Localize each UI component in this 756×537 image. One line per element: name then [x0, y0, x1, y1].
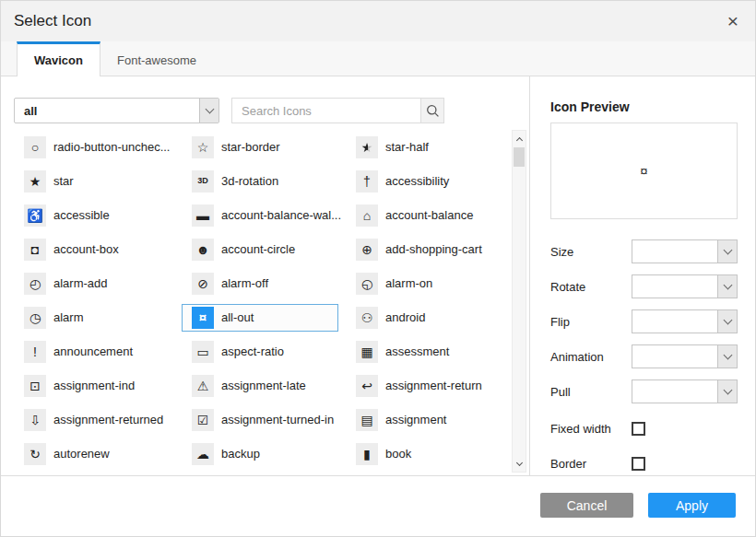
icon-item-label: account-box [53, 242, 119, 256]
scroll-down-icon[interactable] [513, 457, 526, 471]
account-balance-wallet-icon: ▬ [192, 204, 214, 227]
icon-item-label: assessment [385, 344, 449, 358]
icon-item-account-circle[interactable]: ☻account-circle [182, 236, 346, 263]
icon-item-accessible[interactable]: ♿accessible [14, 202, 182, 229]
icon-item-label: assignment-late [221, 379, 306, 392]
icon-item-assignment-ind[interactable]: ⊡assignment-ind [14, 372, 182, 400]
icon-item-accessibility[interactable]: †accessibility [346, 168, 501, 195]
icon-item-3d-rotation[interactable]: 3D3d-rotation [182, 168, 346, 195]
fixed-width-checkbox[interactable] [632, 422, 645, 436]
icon-item-book[interactable]: ▮book [346, 440, 501, 468]
icon-item-label: alarm [53, 310, 84, 324]
animation-select[interactable] [632, 344, 738, 368]
icon-item-assignment[interactable]: ▤assignment [346, 406, 501, 434]
icon-item-android[interactable]: ⚇android [346, 304, 501, 332]
icon-item-autorenew[interactable]: ↻autorenew [14, 440, 182, 468]
icon-item-assignment-late[interactable]: ⚠assignment-late [182, 372, 346, 400]
field-label-flip: Flip [550, 315, 632, 329]
alarm-add-icon: ◴ [24, 273, 46, 295]
icon-item-announcement[interactable]: !announcement [14, 338, 182, 366]
icon-item-account-box[interactable]: ◘account-box [14, 236, 182, 263]
icon-item-label: 3d-rotation [221, 174, 278, 188]
form-row-rotate: Rotate [550, 274, 738, 298]
tab-wavicon[interactable]: Wavicon [17, 41, 100, 76]
filter-controls: all [14, 98, 529, 123]
star-icon: ★ [24, 170, 46, 193]
account-balance-icon: ⌂ [356, 204, 378, 227]
assessment-icon: ▦ [356, 341, 378, 363]
icon-item-label: accessibility [385, 174, 449, 188]
tab-font-awesome[interactable]: Font-awesome [100, 41, 213, 76]
icon-item-all-out[interactable]: ¤all-out [182, 304, 338, 332]
add-shopping-cart-icon: ⊕ [356, 239, 378, 261]
cancel-button[interactable]: Cancel [540, 493, 633, 518]
assignment-returned-icon: ⇩ [24, 409, 46, 431]
field-label-size: Size [550, 245, 632, 259]
icon-item-alarm[interactable]: ◷alarm [14, 304, 182, 332]
icon-item-assessment[interactable]: ▦assessment [346, 338, 501, 366]
icon-item-label: book [385, 447, 411, 461]
search-button[interactable] [420, 98, 444, 123]
radio-button-unchecked-icon: ○ [24, 136, 46, 158]
icon-item-assignment-turned-in[interactable]: ☑assignment-turned-in [182, 406, 346, 434]
icon-item-alarm-off[interactable]: ⊘alarm-off [182, 270, 346, 298]
dialog-title: Select Icon [14, 12, 91, 30]
assignment-icon: ▤ [356, 409, 378, 431]
icon-item-assignment-returned[interactable]: ⇩assignment-returned [14, 406, 182, 434]
category-select[interactable]: all [14, 98, 219, 123]
icon-item-label: star [53, 174, 74, 188]
search-input[interactable] [231, 98, 420, 123]
field-label-animation: Animation [550, 350, 632, 364]
icon-item-label: star-half [385, 140, 429, 154]
autorenew-icon: ↻ [24, 443, 46, 465]
star-half-icon: ★ [356, 136, 378, 158]
icon-item-alarm-add[interactable]: ◴alarm-add [14, 270, 182, 298]
form-row-border: Border [550, 451, 738, 475]
field-label-pull: Pull [550, 385, 632, 399]
chevron-down-icon [717, 380, 737, 403]
field-label-rotate: Rotate [550, 280, 632, 294]
all-out-icon: ¤ [192, 307, 214, 329]
form-row-flip: Flip [550, 309, 738, 333]
icon-item-label: android [385, 310, 425, 324]
icon-item-star[interactable]: ★star [14, 168, 182, 195]
chevron-down-icon [717, 240, 737, 263]
chevron-down-icon [717, 275, 737, 298]
icon-item-label: accessible [53, 208, 110, 222]
icon-item-label: account-balance-wal... [221, 208, 341, 222]
apply-button[interactable]: Apply [648, 493, 736, 518]
tab-bar: WaviconFont-awesome [1, 41, 755, 76]
icon-item-account-balance[interactable]: ⌂account-balance [346, 202, 501, 229]
icon-item-star-border[interactable]: ☆star-border [182, 134, 346, 161]
dialog-header: Select Icon × [1, 1, 755, 41]
icon-item-backup[interactable]: ☁backup [182, 440, 346, 468]
flip-select[interactable] [632, 309, 738, 333]
icon-item-radio-button-unchecked[interactable]: ○radio-button-unchec... [14, 134, 182, 161]
pull-select[interactable] [632, 379, 738, 403]
form-row-fixed-width: Fixed width [550, 416, 738, 440]
icon-item-star-half[interactable]: ★star-half [346, 134, 501, 161]
scroll-up-icon[interactable] [513, 132, 526, 146]
preview-title: Icon Preview [550, 99, 737, 114]
icon-item-add-shopping-cart[interactable]: ⊕add-shopping-cart [346, 236, 501, 263]
assignment-return-icon: ↩ [356, 375, 378, 397]
size-select[interactable] [632, 239, 738, 263]
icon-item-label: alarm-on [385, 276, 432, 290]
icon-item-alarm-on[interactable]: ◵alarm-on [346, 270, 501, 298]
close-icon[interactable]: × [724, 9, 742, 32]
assignment-ind-icon: ⊡ [24, 375, 46, 397]
scrollbar[interactable] [512, 130, 526, 473]
icon-item-aspect-ratio[interactable]: ▭aspect-ratio [182, 338, 346, 366]
scrollbar-thumb[interactable] [514, 147, 525, 167]
border-checkbox[interactable] [632, 457, 645, 471]
form-row-animation: Animation [550, 344, 738, 368]
icon-item-assignment-return[interactable]: ↩assignment-return [346, 372, 501, 400]
icon-item-label: alarm-add [53, 276, 108, 290]
rotate-select[interactable] [632, 274, 738, 298]
icon-item-label: account-balance [385, 208, 473, 222]
icon-item-label: announcement [53, 344, 133, 358]
icon-item-label: autorenew [53, 447, 110, 461]
dialog-body: all ○radio-button-unchec...☆star-border★… [1, 76, 755, 477]
icon-item-account-balance-wallet[interactable]: ▬account-balance-wal... [182, 202, 346, 229]
dialog-footer: Cancel Apply [1, 475, 755, 536]
